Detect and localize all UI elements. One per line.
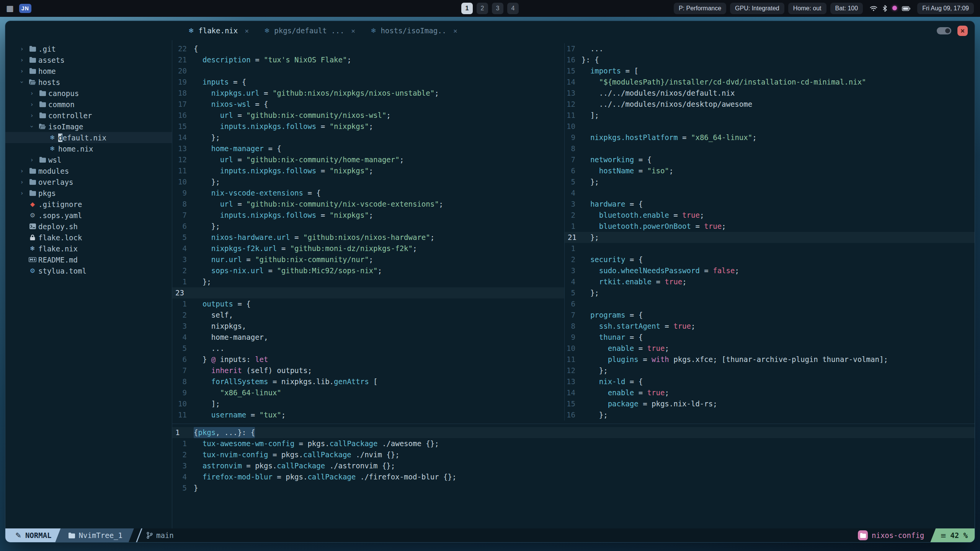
nix-icon: ❄ xyxy=(264,27,270,34)
tree-item-pkgs[interactable]: ›pkgs xyxy=(5,187,172,199)
editor-pane-isoimage[interactable]: 17 ...16}: {15 imports = [14 "${modulesP… xyxy=(565,43,975,421)
battery-icon[interactable] xyxy=(902,6,910,11)
tab-close-icon[interactable]: × xyxy=(351,27,355,35)
line-number: 2 xyxy=(172,449,194,460)
tree-item-common[interactable]: ›common xyxy=(5,99,172,110)
app-launcher-icon[interactable]: ▦ xyxy=(6,4,14,13)
tab-close-icon[interactable]: × xyxy=(453,27,457,35)
tree-item-home[interactable]: ›home xyxy=(5,65,172,77)
chevron-icon[interactable]: › xyxy=(17,178,27,186)
editor-pane-flake[interactable]: 22{21 description = "tux's NixOS Flake";… xyxy=(172,43,564,421)
line-number: 22 xyxy=(172,43,194,54)
code-text: sudo.wheelNeedsPassword = false; xyxy=(581,265,739,276)
chevron-icon[interactable]: › xyxy=(17,45,27,52)
line-number: 3 xyxy=(172,321,194,332)
code-text: enable = true; xyxy=(581,343,669,354)
folderOpen-icon xyxy=(37,124,48,129)
chevron-icon[interactable]: › xyxy=(27,156,37,163)
tree-item-canopus[interactable]: ›canopus xyxy=(5,88,172,99)
code-line: 10 enable = true; xyxy=(565,343,975,354)
titlebar-toggle[interactable] xyxy=(937,27,951,34)
code-text: self, xyxy=(194,310,233,321)
code-line: 5 }; xyxy=(565,176,975,187)
tree-item-overlays[interactable]: ›overlays xyxy=(5,176,172,187)
editor-pane-pkgs[interactable]: 1{pkgs, ...}: {1 tux-awesome-wm-config =… xyxy=(172,424,975,494)
code-text: tux-awesome-wm-config = pkgs.callPackage… xyxy=(194,438,439,449)
code-text: }: { xyxy=(581,54,599,65)
tree-item-.sops.yaml[interactable]: ⚙.sops.yaml xyxy=(5,210,172,221)
tree-item-assets[interactable]: ›assets xyxy=(5,54,172,65)
workspace-1[interactable]: 1 xyxy=(461,3,473,14)
tab-hosts/isoImag..[interactable]: ❄hosts/isoImag..× xyxy=(363,21,465,40)
tree-item-home.nix[interactable]: ❄home.nix xyxy=(5,143,172,154)
tree-item-flake.nix[interactable]: ❄flake.nix xyxy=(5,243,172,254)
chevron-icon[interactable]: › xyxy=(17,67,27,75)
tree-item-deploy.sh[interactable]: deploy.sh xyxy=(5,221,172,232)
line-number: 2 xyxy=(565,254,581,265)
code-line: 1 bluetooth.powerOnBoot = true; xyxy=(565,221,975,232)
workspace-4[interactable]: 4 xyxy=(507,3,519,14)
chevron-icon[interactable]: › xyxy=(17,167,27,174)
bluetooth-icon[interactable] xyxy=(882,5,887,12)
editor-area: 22{21 description = "tux's NixOS Flake";… xyxy=(172,40,975,528)
tree-item-.git[interactable]: ›.git xyxy=(5,43,172,54)
chevron-icon[interactable]: › xyxy=(27,112,37,119)
tab-close-icon[interactable]: × xyxy=(245,27,249,35)
code-text: { xyxy=(194,43,198,54)
code-text: nixos-wsl = { xyxy=(194,99,268,110)
line-number: 3 xyxy=(565,265,581,276)
code-text: nixpkgs.hostPlatform = "x86_64-linux"; xyxy=(581,132,757,143)
tree-item-flake.lock[interactable]: flake.lock xyxy=(5,232,172,243)
tree-item-controller[interactable]: ›controller xyxy=(5,110,172,121)
wifi-icon[interactable] xyxy=(870,5,877,11)
tree-item-isoImage[interactable]: ›isoImage xyxy=(5,121,172,132)
line-number: 7 xyxy=(565,310,581,321)
code-line: 6 } @ inputs: let xyxy=(172,354,564,365)
chevron-icon[interactable]: › xyxy=(28,122,36,132)
code-text: nur.url = "github:nix-community/nur"; xyxy=(194,254,373,265)
tree-item-stylua.toml[interactable]: ⚙stylua.toml xyxy=(5,265,172,276)
code-text: }; xyxy=(581,232,599,243)
code-text: inputs = { xyxy=(194,77,246,88)
file-tree[interactable]: ›.git›assets›home›hosts›canopus›common›c… xyxy=(5,40,172,528)
topbar-modules: P: PerformanceGPU: IntegratedHome: outBa… xyxy=(674,3,863,14)
chevron-icon[interactable]: › xyxy=(17,56,27,64)
chevron-icon[interactable]: › xyxy=(18,77,26,87)
folder-icon xyxy=(27,46,38,52)
topbar-module: Bat: 100 xyxy=(830,3,863,14)
code-line: 2 self, xyxy=(172,310,564,321)
code-text: inputs.nixpkgs.follows = "nixpkgs"; xyxy=(194,210,373,221)
line-number: 2 xyxy=(172,265,194,276)
logo-badge[interactable]: JN xyxy=(19,4,31,13)
chevron-icon[interactable]: › xyxy=(17,189,27,197)
tree-item-wsl[interactable]: ›wsl xyxy=(5,154,172,165)
tab-pkgs/default ...[interactable]: ❄pkgs/default ...× xyxy=(256,21,363,40)
line-number: 3 xyxy=(172,254,194,265)
line-number: 20 xyxy=(172,65,194,77)
code-line: 8 forAllSystems = nixpkgs.lib.genAttrs [ xyxy=(172,376,564,387)
code-text: ../../modules/nixos/desktop/awesome xyxy=(581,99,752,110)
tree-item-README.md[interactable]: README.md xyxy=(5,254,172,265)
code-line: 23 xyxy=(172,287,564,298)
chevron-icon[interactable]: › xyxy=(27,101,37,108)
code-line: 3 nur.url = "github:nix-community/nur"; xyxy=(172,254,564,265)
terminal-window: ❄flake.nix×❄pkgs/default ...×❄hosts/isoI… xyxy=(5,21,975,543)
color-dot-icon[interactable] xyxy=(892,5,897,12)
code-text: programs = { xyxy=(581,310,643,321)
workspace-2[interactable]: 2 xyxy=(477,3,488,14)
tree-item-hosts[interactable]: ›hosts xyxy=(5,77,172,88)
code-text: ../../modules/nixos/default.nix xyxy=(581,88,735,99)
glyph-icon: ❄ xyxy=(47,145,58,152)
line-number: 3 xyxy=(565,199,581,210)
tree-item-.gitignore[interactable]: ◆.gitignore xyxy=(5,199,172,210)
chevron-icon[interactable]: › xyxy=(27,90,37,97)
tree-item-default.nix[interactable]: ❄default.nix xyxy=(5,132,172,143)
line-number: 10 xyxy=(565,121,581,132)
mode-indicator: ✎ NORMAL xyxy=(5,528,61,542)
tab-flake.nix[interactable]: ❄flake.nix× xyxy=(181,21,256,40)
glyph-icon: ⚙ xyxy=(27,267,38,274)
workspace-3[interactable]: 3 xyxy=(492,3,503,14)
git-branch[interactable]: main xyxy=(147,531,174,540)
window-close-button[interactable]: × xyxy=(957,26,968,36)
tree-item-modules[interactable]: ›modules xyxy=(5,165,172,176)
